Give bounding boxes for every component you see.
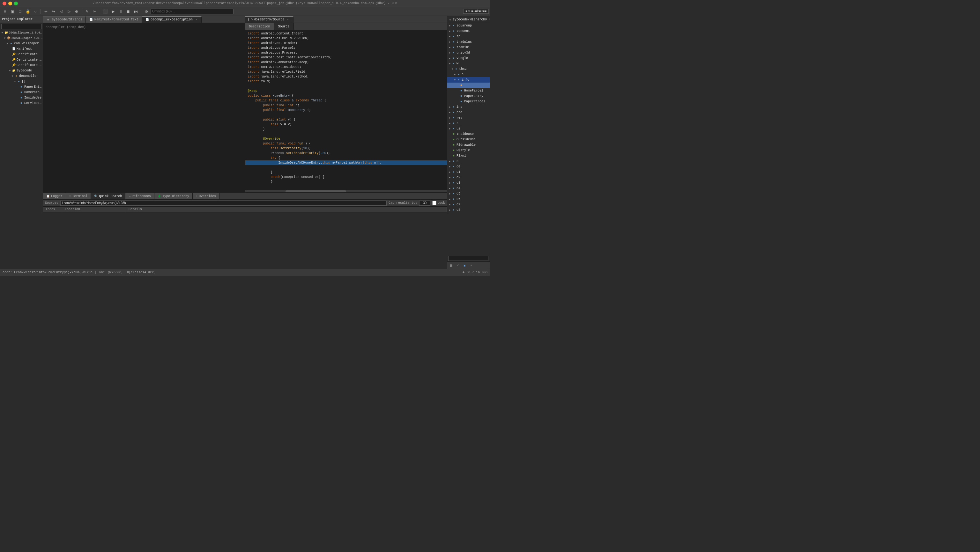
bh-item-homeentry-class[interactable]: ▶ ■ [447,82,490,88]
tab-bytecode-strings[interactable]: ⊞ Bytecode/Strings [43,16,86,23]
bh-item-tramini[interactable]: ▶ ● tramini [447,44,490,50]
results-table[interactable]: Index Location Details [43,207,447,269]
bh-toolbar-btn-2[interactable]: ✓ [455,263,461,268]
toolbar-btn-11[interactable]: ✎ [84,8,91,15]
bh-item-pro[interactable]: ▶ ● pro [447,110,490,115]
tree-item-homeparcel[interactable]: ▶ ■ HomeParcel [0,90,43,95]
editor-hscrollbar[interactable] [245,190,447,192]
lock-button[interactable]: Lock [432,201,445,205]
bh-item-tp[interactable]: ▶ ● tp [447,34,490,39]
tab-terminal[interactable]: ⌨ Terminal [66,193,91,199]
bh-item-d[interactable]: ▶ ● d [447,159,490,164]
tab-homeentry-source[interactable]: { } HomeEntry/Source × [245,16,293,23]
bh-item-rstyle[interactable]: ▶ ■ R$style [447,148,490,153]
toolbar-btn-7[interactable]: ↪ [50,8,57,15]
omnibox-input[interactable]: Omnibox (F3) ... [151,9,234,14]
bh-item-tradplus[interactable]: ▶ ● tradplus [447,39,490,44]
bh-item-tencent[interactable]: ▶ ● tencent [447,29,490,34]
bh-item-paperparcel[interactable]: ▶ ■ PaperParcel [447,99,490,104]
bh-toolbar-btn-3[interactable]: ■ [461,263,467,268]
toolbar-btn-13[interactable]: ⬛ [102,8,109,15]
tab-overrides[interactable]: ↕ Overrides [192,193,220,199]
bh-tab-close[interactable]: × [488,17,490,21]
toolbar-btn-6[interactable]: ↩ [43,8,49,15]
bh-item-ui[interactable]: ▶ ● ui [447,126,490,132]
bh-item-d3[interactable]: ▶ ● d3 [447,180,490,186]
bh-item-d0[interactable]: ▶ ● d0 [447,164,490,169]
toolbar-btn-12[interactable]: ✂ [91,8,98,15]
right-editor-code[interactable]: import android.content.Intent; import an… [245,30,447,190]
lock-checkbox[interactable] [432,201,436,205]
bh-item-homeparcel[interactable]: ▶ ■ HomeParcel [447,88,490,94]
source-tab[interactable]: Source [274,23,294,30]
toolbar-btn-5[interactable]: ○ [32,8,39,15]
bh-item-ins[interactable]: ▶ ● ins [447,104,490,110]
tab-close-button[interactable]: × [194,18,198,22]
toolbar-btn-3[interactable]: □ [17,8,24,15]
sidebar-search-input[interactable] [1,24,41,29]
bh-item-s[interactable]: ▶ ● s [447,121,490,126]
tree-item-manifest[interactable]: ▶ 📄 Manifest [0,46,43,52]
close-button[interactable] [3,2,6,5]
minimize-button[interactable] [8,2,12,5]
maximize-button[interactable] [14,2,18,5]
bh-item-w[interactable]: ▼ ● w [447,61,490,66]
scrollbar-thumb[interactable] [285,190,346,192]
toolbar-btn-16[interactable]: ⏹ [125,8,132,15]
window-controls[interactable] [3,2,18,5]
toolbar-btn-2[interactable]: ▣ [9,8,16,15]
tree-item-bytecode[interactable]: ▼ 📁 Bytecode [0,68,43,73]
toolbar-btn-10[interactable]: ⊕ [73,8,80,15]
description-tab[interactable]: Description [245,23,274,30]
tree-item-cert2[interactable]: ▶ 🔑 Certificate #2 (v2) [0,57,43,62]
toolbar-btn-14[interactable]: ▶ [110,8,116,15]
tree-item-cert[interactable]: ▶ 🔑 Certificate [0,52,43,57]
tree-item-bracket[interactable]: ▼ ● [] [0,79,43,84]
bh-item-d6[interactable]: ▶ ● d6 [447,197,490,202]
bh-item-rdrawable[interactable]: ▶ ■ R$drawable [447,142,490,148]
tab-decompiler-desc[interactable]: 📄 decompiler/Description × [142,16,202,23]
bh-toolbar-btn-1[interactable]: ⊞ [448,263,454,268]
toolbar-btn-15[interactable]: ⏸ [117,8,124,15]
toolbar-btn-4[interactable]: 🔒 [24,8,31,15]
tree-item-package[interactable]: ▼ ● com.wallpaper.hd.funny [0,41,43,46]
toolbar-btn-8[interactable]: ◁ [58,8,65,15]
tree-item-cert3[interactable]: ▶ 🔑 Certificate #3 (v3) [0,62,43,68]
source-input[interactable] [60,201,387,206]
tree-item-paperentry[interactable]: ▶ ■ PaperEntry [0,84,43,90]
cap-results-input[interactable] [419,201,430,206]
bh-tab-main[interactable]: ⊞ Bytecode/Hierarchy × [447,16,490,23]
tree-item-apk[interactable]: ▼ 📦 360Wallpaper_1.0.4_apkcombo.com.apk [0,35,43,41]
bh-search-input[interactable] [448,256,488,261]
bh-item-rxml[interactable]: ▶ ■ R$xml [447,153,490,159]
bytecode-hierarchy-tree[interactable]: ▶ ● squareup ▶ ● tencent ▶ ● tp ▶ ● trad… [447,23,490,255]
bh-item-rev[interactable]: ▶ ● rev [447,115,490,121]
left-editor-content[interactable]: decompiler (dcmp_dex) [43,23,245,192]
bh-item-unity3d[interactable]: ▶ ● unity3d [447,50,490,56]
tab-quick-search[interactable]: 🔍 Quick Search [91,193,126,199]
bh-item-h[interactable]: ▶ ● h [447,72,490,77]
bh-item-paperentry[interactable]: ▶ ■ PaperEntry [447,94,490,99]
tree-item-decompiler[interactable]: ▼ ● decompiler [0,73,43,79]
bh-item-squareup[interactable]: ▶ ● squareup [447,23,490,29]
tree-item-service100[interactable]: ▶ ■ Service100 [0,100,43,106]
tab-logger[interactable]: 📋 Logger [43,193,66,199]
bh-item-insideuse[interactable]: ▶ ■ InsideUse [447,132,490,137]
bh-item-d5[interactable]: ▶ ● d5 [447,191,490,197]
tab-references[interactable]: ⇥ References [126,193,154,199]
bh-item-outsideuse[interactable]: ▶ ■ OutsideUse [447,137,490,142]
bh-item-vungle[interactable]: ▶ ● vungle [447,56,490,61]
bh-toolbar-btn-4[interactable]: ✓ [468,263,474,268]
tree-item-root-jdb2[interactable]: ▼ 📁 360Wallpaper_1.0.4_apkcombo.com.apk.… [0,30,43,35]
bh-item-d2[interactable]: ▶ ● d2 [447,175,490,180]
bh-item-thsz[interactable]: ▼ ● thsz [447,66,490,72]
tree-item-insideuse[interactable]: ▶ ■ InsideUse [0,95,43,100]
project-tree[interactable]: ▼ 📁 360Wallpaper_1.0.4_apkcombo.com.apk.… [0,30,43,269]
tab-manifest[interactable]: 📄 Manifest/Formatted Text [86,16,142,23]
bh-item-d8[interactable]: ▶ ● d8 [447,207,490,213]
tab-close-right-button[interactable]: × [286,18,290,22]
toolbar-btn-18[interactable]: ⊙ [143,8,150,15]
bh-item-d4[interactable]: ▶ ● d4 [447,186,490,191]
toolbar-btn-17[interactable]: ⏭ [132,8,139,15]
toolbar-btn-9[interactable]: ▷ [65,8,72,15]
